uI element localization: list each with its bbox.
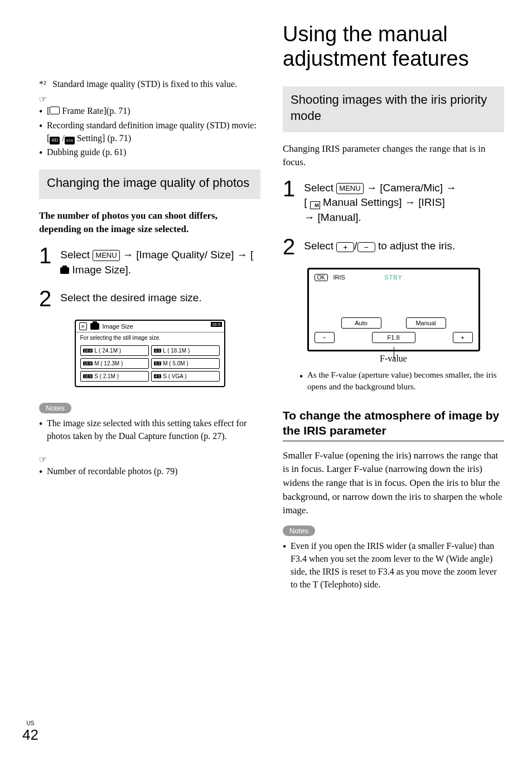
footnote: *² Standard image quality (STD) is fixed… [39,78,260,90]
footnote-marker: *² [39,78,52,90]
menu-button[interactable]: MENU [336,183,363,194]
ref-item: [ Frame Rate](p. 71) [39,104,260,117]
minus-button[interactable]: − [357,242,375,252]
step-number: 2 [283,235,295,258]
sub-heading: To change the atmosphere of image by the… [283,408,504,441]
step-1: 1 Select MENU → [Camera/Mic] → [ Manual … [283,177,504,225]
pointer-line [394,347,394,359]
size-option[interactable]: 4:3M ( 5.0M ) [151,358,220,369]
step-2: 2 Select +/− to adjust the iris. [283,235,504,258]
step-text: Select MENU → [Image Quality/ Size] → [ … [60,244,260,277]
dialog-title: Image Size [103,323,133,330]
page-title: Using the manual adjustment features [283,22,504,71]
iris-preview-screen: OK IRIS STBY Auto Manual − F1.8 + [307,268,480,351]
step-2: 2 Select the desired image size. [39,287,260,310]
reference-list: [ Frame Rate](p. 71) Recording standard … [39,104,260,158]
manual-settings-icon [310,201,320,209]
notes-label: Notes [39,403,71,413]
step-text: Select +/− to adjust the iris. [304,235,455,254]
aspect-badge: 16:9 [211,322,222,327]
step-number: 2 [39,287,51,310]
section-heading-iris: Shooting images with the iris priority m… [283,86,504,132]
step-number: 1 [283,177,295,200]
camera-icon [60,267,69,274]
step-text: Select the desired image size. [60,287,201,306]
step-text: Select MENU → [Camera/Mic] → [ Manual Se… [304,177,456,225]
note-item: The image size selected with this settin… [39,417,260,442]
stby-label: STBY [384,274,403,281]
image-size-dialog: 16:9 × Image Size For selecting the stil… [75,320,225,387]
auto-button[interactable]: Auto [341,317,381,329]
std-icon: STD [65,137,75,144]
step-1: 1 Select MENU → [Image Quality/ Size] → … [39,244,260,277]
manual-button[interactable]: Manual [406,317,446,329]
size-option[interactable]: 16:9S ( 2.1M ) [80,371,149,382]
close-icon[interactable]: × [79,322,87,330]
reference-icon [39,454,260,465]
menu-button[interactable]: MENU [93,250,119,261]
section-heading-photos: Changing the image quality of photos [39,170,260,199]
frame-rate-icon [50,107,60,114]
intro-text: The number of photos you can shoot diffe… [39,209,260,237]
ok-button[interactable]: OK [315,274,328,281]
sub-note-list: As the F-value (aperture value) becomes … [283,369,504,394]
ref-item: Dubbing guide (p. 61) [39,146,260,158]
dialog-description: For selecting the still image size. [76,332,224,343]
ref-item: Number of recordable photos (p. 79) [39,465,260,478]
iris-label: IRIS [333,274,345,281]
page-number: US 42 [22,720,38,744]
footnote-text: Standard image quality (STD) is fixed to… [52,78,237,90]
region-label: US [22,720,38,726]
plus-button[interactable]: + [453,332,473,343]
notes-list: The image size selected with this settin… [39,417,260,442]
size-option[interactable]: 16:9L ( 24.1M ) [80,345,149,356]
reference-icon [39,94,260,104]
notes-label: Notes [283,525,315,536]
minus-button[interactable]: − [315,332,335,343]
hd-icon: HD [50,137,60,144]
camera-icon [90,323,99,330]
page-number-value: 42 [22,726,38,743]
intro-text: Changing IRIS parameter changes the rang… [283,142,504,170]
note-item: Even if you open the IRIS wider (a small… [283,539,504,591]
step-number: 1 [39,244,51,267]
reference-list-2: Number of recordable photos (p. 79) [39,465,260,478]
plus-button[interactable]: + [336,242,354,252]
size-option[interactable]: 4:3S ( VGA ) [151,371,220,382]
f-value-display: F1.8 [372,332,415,343]
sub-note: As the F-value (aperture value) becomes … [299,369,504,394]
paragraph: Smaller F-value (opening the iris) narro… [283,449,504,518]
size-option[interactable]: 16:9M ( 12.3M ) [80,358,149,369]
size-option[interactable]: 4:3L ( 18.1M ) [151,345,220,356]
ref-item: Recording standard definition image qual… [39,119,260,144]
notes-list: Even if you open the IRIS wider (a small… [283,539,504,591]
